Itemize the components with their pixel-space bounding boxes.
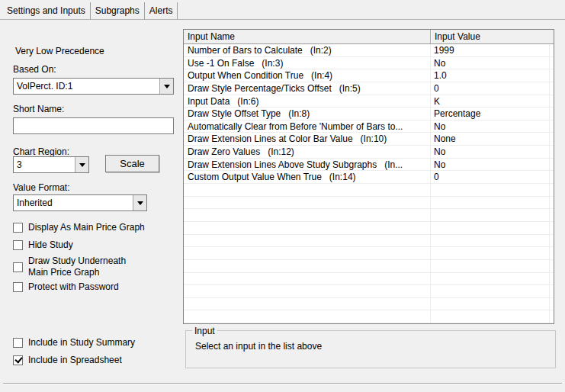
chart-region-label: Chart Region: [13,146,69,157]
checkbox-label: Hide Study [28,240,73,250]
input-name-cell: Draw Extension Lines Above Study Subgrap… [184,159,430,172]
input-value-cell: No [430,57,549,70]
short-name-label: Short Name: [13,104,64,114]
chevron-down-icon [137,201,143,205]
input-value-cell: Percentage [430,108,549,120]
tab-subgraphs[interactable]: Subgraphs [91,2,145,19]
table-row[interactable]: Draw Style Percentage/Ticks Offset (In:5… [184,82,554,95]
checkbox-icon[interactable] [13,282,23,292]
input-groupbox-message: Select an input in the list above [195,341,322,352]
tab-alerts[interactable]: Alerts [145,2,178,19]
checkbox-protect-with-password[interactable]: Protect with Password [13,282,119,292]
input-value-cell: K [430,95,549,108]
input-value-cell: 1.0 [430,69,549,82]
table-row[interactable]: Draw Style Offset Type (In:8) Percentage [184,108,554,120]
input-value-cell: No [430,159,549,172]
table-row[interactable]: Automatically Clear from Before 'Number … [184,120,554,133]
table-row[interactable]: Input Data (In:6) K [184,95,554,108]
checkbox-label: Include in Study Summary [28,338,135,348]
scale-button[interactable]: Scale [105,155,159,172]
tab-settings-and-inputs[interactable]: Settings and Inputs [2,2,91,19]
input-name-cell: Output When Condition True (In:4) [184,69,430,82]
input-value-cell: 0 [430,82,549,95]
table-row[interactable]: Output When Condition True (In:4) 1.0 [184,69,554,82]
chart-region-dropdown-button[interactable] [75,157,88,172]
column-header-input-value[interactable]: Input Value [430,30,552,43]
based-on-select[interactable]: VolPerct. ID:1 [13,78,174,95]
based-on-label: Based On: [13,64,56,75]
table-row[interactable]: Draw Extension Lines at Color Bar Value … [184,133,554,146]
checkbox-include-in-spreadsheet[interactable]: Include in Spreadsheet [13,355,122,365]
input-name-cell: Automatically Clear from Before 'Number … [184,120,430,133]
input-name-cell: Draw Style Offset Type (In:8) [184,108,430,120]
checkbox-icon[interactable] [13,355,23,365]
chevron-down-icon [79,163,85,167]
input-name-cell: Custom Output Value When True (In:14) [184,171,430,184]
input-name-cell: Draw Zero Values (In:12) [184,146,430,159]
input-name-cell: Number of Bars to Calculate (In:2) [184,44,430,57]
inputs-table-header: Input Name Input Value [184,30,554,44]
input-groupbox-title: Input [192,326,217,336]
column-header-input-name[interactable]: Input Name [184,30,430,43]
input-value-cell: No [430,146,549,159]
inputs-table: Input Name Input Value Number of Bars to… [183,29,554,324]
value-format-value: Inherited [14,198,133,208]
table-row[interactable]: Custom Output Value When True (In:14) 0 [184,171,554,184]
table-row[interactable]: Number of Bars to Calculate (In:2) 1999 [184,44,554,57]
tab-bar: Settings and Inputs Subgraphs Alerts [2,2,178,19]
based-on-dropdown-button[interactable] [159,79,173,94]
input-value-cell: 0 [430,171,549,184]
chevron-down-icon [164,85,170,88]
inputs-table-body: Number of Bars to Calculate (In:2) 1999 … [184,44,554,323]
input-name-cell: Use -1 On False (In:3) [184,57,430,70]
checkbox-draw-study-underneath[interactable]: Draw Study Underneath Main Price Graph [13,255,144,278]
value-format-label: Value Format: [13,182,69,193]
input-value-cell: 1999 [430,44,549,57]
value-format-dropdown-button[interactable] [133,195,146,210]
checkbox-icon[interactable] [13,240,23,250]
checkbox-label: Display As Main Price Graph [28,223,145,233]
table-row[interactable]: Draw Extension Lines Above Study Subgrap… [184,159,554,172]
bottom-divider [3,383,562,384]
table-row[interactable]: Draw Zero Values (In:12) No [184,146,554,159]
checkbox-display-as-main-price-graph[interactable]: Display As Main Price Graph [13,223,145,233]
checkbox-icon[interactable] [13,223,23,233]
checkbox-label: Protect with Password [28,282,119,292]
input-name-cell: Draw Style Percentage/Ticks Offset (In:5… [184,82,430,95]
checkbox-hide-study[interactable]: Hide Study [13,240,73,250]
chart-region-select[interactable]: 3 [13,156,89,173]
checkbox-label: Include in Spreadsheet [28,355,122,365]
value-format-select[interactable]: Inherited [13,194,147,211]
short-name-input[interactable] [13,117,174,134]
precedence-label: Very Low Precedence [15,46,104,56]
input-name-cell: Draw Extension Lines at Color Bar Value … [184,133,430,146]
checkbox-icon[interactable] [13,262,23,272]
checkbox-include-in-study-summary[interactable]: Include in Study Summary [13,338,135,348]
chart-region-value: 3 [14,159,75,170]
input-value-cell: No [430,120,549,133]
study-settings-dialog: Settings and Inputs Subgraphs Alerts Ver… [0,0,565,392]
table-row[interactable]: Use -1 On False (In:3) No [184,57,554,70]
checkbox-icon[interactable] [13,338,23,348]
based-on-value: VolPerct. ID:1 [14,81,159,92]
input-value-cell: None [430,133,549,146]
tab-bar-underline [0,19,565,20]
input-groupbox: Input Select an input in the list above [185,330,556,368]
input-name-cell: Input Data (In:6) [184,95,430,108]
checkbox-label: Draw Study Underneath Main Price Graph [28,255,144,278]
